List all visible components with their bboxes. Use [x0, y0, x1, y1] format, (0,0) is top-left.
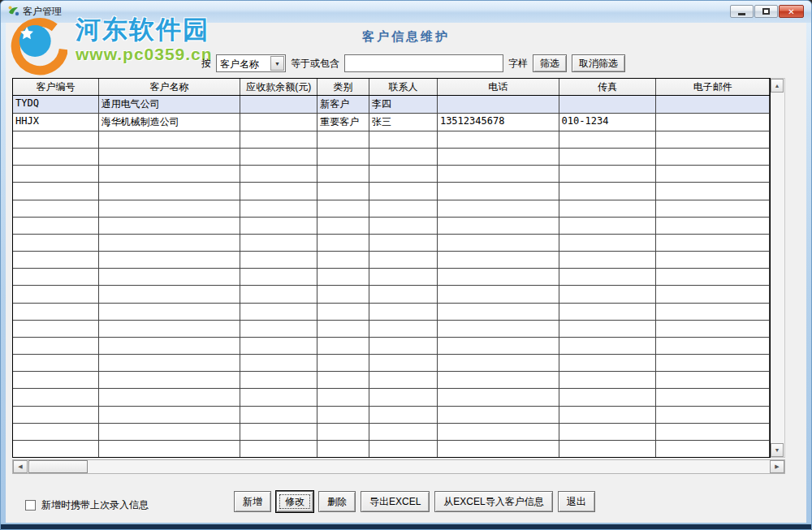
table-cell[interactable]	[438, 407, 559, 423]
table-row[interactable]	[13, 321, 770, 338]
table-cell[interactable]	[369, 424, 438, 440]
table-cell[interactable]: 010-1234	[559, 114, 657, 131]
table-cell[interactable]	[656, 183, 770, 199]
table-cell[interactable]	[317, 338, 369, 354]
table-cell[interactable]	[317, 321, 369, 337]
table-cell[interactable]	[656, 321, 770, 337]
table-row[interactable]	[13, 131, 770, 149]
export-excel-button[interactable]: 导出EXCEL	[361, 491, 430, 512]
table-cell[interactable]	[559, 304, 657, 320]
table-cell[interactable]	[369, 372, 438, 388]
column-header[interactable]: 客户编号	[13, 79, 99, 95]
table-cell[interactable]	[99, 183, 241, 199]
table-cell[interactable]	[656, 441, 770, 457]
table-cell[interactable]: 13512345678	[438, 114, 559, 131]
table-cell[interactable]	[369, 304, 438, 320]
table-cell[interactable]	[369, 321, 438, 337]
table-row[interactable]: TYDQ通用电气公司新客户李四	[13, 96, 770, 114]
table-cell[interactable]	[438, 424, 559, 440]
column-header[interactable]: 电子邮件	[656, 79, 770, 95]
table-cell[interactable]	[559, 321, 657, 337]
table-cell[interactable]	[369, 218, 438, 234]
table-cell[interactable]	[240, 218, 317, 234]
column-header[interactable]: 应收款余额(元)	[240, 79, 317, 95]
table-cell[interactable]	[99, 389, 241, 405]
table-cell[interactable]	[317, 407, 369, 423]
table-cell[interactable]	[99, 269, 241, 285]
table-cell[interactable]	[13, 441, 99, 457]
table-row[interactable]	[13, 269, 770, 286]
table-cell[interactable]	[240, 269, 317, 285]
table-cell[interactable]	[438, 131, 559, 148]
filter-button[interactable]: 筛选	[533, 54, 567, 72]
table-row[interactable]	[13, 149, 770, 166]
column-header[interactable]: 类别	[317, 79, 369, 95]
table-cell[interactable]	[438, 183, 559, 199]
table-cell[interactable]	[438, 218, 559, 234]
table-cell[interactable]	[656, 96, 770, 113]
table-cell[interactable]	[99, 407, 241, 423]
table-cell[interactable]	[317, 389, 369, 405]
table-cell[interactable]	[369, 355, 438, 371]
table-cell[interactable]: 通用电气公司	[99, 96, 241, 113]
filter-input[interactable]	[344, 54, 503, 72]
table-cell[interactable]	[240, 321, 317, 337]
table-row[interactable]	[13, 424, 770, 441]
table-cell[interactable]	[13, 131, 99, 148]
table-cell[interactable]	[559, 355, 657, 371]
table-cell[interactable]	[240, 131, 317, 148]
table-cell[interactable]	[656, 407, 770, 423]
table-cell[interactable]	[656, 389, 770, 405]
table-cell[interactable]	[240, 114, 317, 131]
table-cell[interactable]	[438, 338, 559, 354]
table-cell[interactable]	[656, 149, 770, 165]
table-row[interactable]	[13, 407, 770, 424]
table-cell[interactable]	[13, 183, 99, 199]
close-button[interactable]: ✕	[779, 5, 804, 18]
table-cell[interactable]	[369, 269, 438, 285]
table-cell[interactable]	[240, 407, 317, 423]
table-cell[interactable]	[559, 218, 657, 234]
table-cell[interactable]	[559, 149, 657, 165]
table-cell[interactable]	[99, 235, 241, 251]
table-cell[interactable]	[559, 235, 657, 251]
table-cell[interactable]	[369, 131, 438, 148]
maximize-button[interactable]	[754, 5, 778, 18]
table-cell[interactable]	[656, 269, 770, 285]
table-cell[interactable]	[240, 286, 317, 302]
table-cell[interactable]	[438, 166, 559, 182]
table-row[interactable]	[13, 355, 770, 372]
table-cell[interactable]	[240, 389, 317, 405]
table-cell[interactable]	[656, 252, 770, 268]
scroll-up-icon[interactable]: ▲	[771, 79, 784, 93]
table-cell[interactable]	[13, 149, 99, 165]
table-cell[interactable]	[369, 200, 438, 217]
table-cell[interactable]	[240, 304, 317, 320]
table-cell[interactable]	[13, 166, 99, 182]
table-cell[interactable]	[317, 286, 369, 302]
table-cell[interactable]	[656, 131, 770, 148]
table-cell[interactable]	[99, 355, 241, 371]
table-cell[interactable]	[240, 235, 317, 251]
table-cell[interactable]	[240, 441, 317, 457]
table-row[interactable]	[13, 183, 770, 200]
add-button[interactable]: 新增	[234, 491, 271, 512]
table-cell[interactable]	[99, 166, 241, 182]
table-cell[interactable]	[559, 286, 657, 302]
table-cell[interactable]: 海华机械制造公司	[99, 114, 241, 131]
table-row[interactable]	[13, 338, 770, 355]
table-cell[interactable]	[656, 424, 770, 440]
scroll-down-icon[interactable]: ▼	[771, 443, 784, 457]
table-cell[interactable]	[13, 286, 99, 302]
table-cell[interactable]	[99, 286, 241, 302]
table-cell[interactable]	[13, 355, 99, 371]
table-cell[interactable]	[240, 149, 317, 165]
table-cell[interactable]	[240, 183, 317, 199]
table-cell[interactable]	[369, 338, 438, 354]
column-header[interactable]: 传真	[559, 79, 657, 95]
table-cell[interactable]	[317, 269, 369, 285]
table-cell[interactable]	[559, 424, 657, 440]
table-cell[interactable]	[369, 252, 438, 268]
carry-last-entry-checkbox[interactable]	[25, 500, 36, 511]
horizontal-scrollbar-thumb[interactable]	[28, 460, 88, 473]
